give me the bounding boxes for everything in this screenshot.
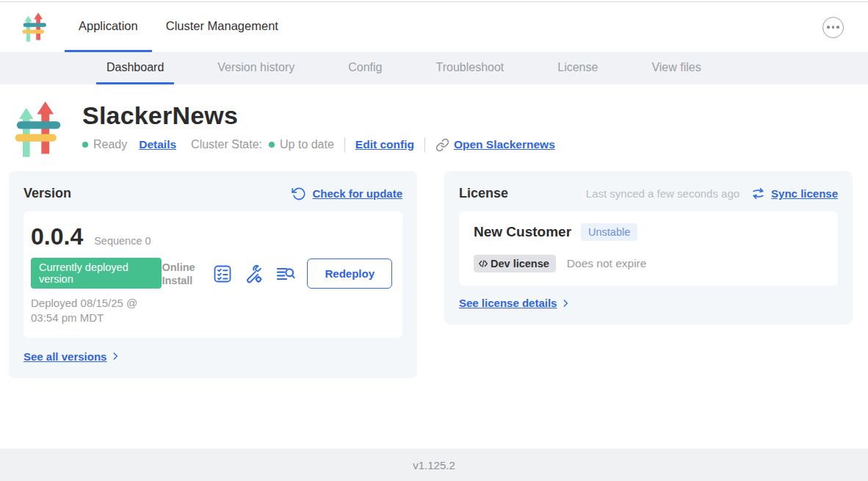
subnav-item-license[interactable]: License	[547, 52, 608, 84]
deployed-status-badge: Currently deployed version	[31, 258, 162, 289]
version-card-title: Version	[23, 186, 71, 201]
edit-config-link[interactable]: Edit config	[355, 138, 414, 151]
tab-application[interactable]: Application	[65, 2, 152, 52]
license-type-badge: Dev license	[474, 255, 556, 272]
app-logo-icon[interactable]	[21, 12, 48, 43]
subnav-item-troubleshoot[interactable]: Troubleshoot	[425, 52, 514, 84]
tab-cluster-management-label: Cluster Management	[166, 19, 278, 33]
see-all-versions-label: See all versions	[23, 350, 106, 363]
divider	[424, 137, 425, 152]
subnav-view-files-label: View files	[651, 61, 701, 74]
link-chain-icon	[435, 138, 449, 152]
app-status-dot	[82, 142, 88, 148]
chevron-right-icon	[110, 351, 120, 361]
subnav-item-version-history[interactable]: Version history	[207, 52, 305, 84]
console-version: v1.125.2	[413, 459, 455, 471]
app-subnav: Dashboard Version history Config Trouble…	[0, 52, 868, 84]
subnav-license-label: License	[557, 61, 598, 74]
cluster-state-label: Cluster State:	[191, 138, 262, 151]
subnav-item-view-files[interactable]: View files	[641, 52, 711, 84]
license-card-title: License	[459, 186, 508, 201]
details-link[interactable]: Details	[139, 138, 176, 151]
code-brackets-icon	[478, 258, 488, 269]
dashboard-cards: Version Check for update 0.0.4 Sequence …	[9, 171, 859, 378]
check-for-update-link[interactable]: Check for update	[312, 187, 402, 200]
last-synced-text: Last synced a few seconds ago	[586, 187, 739, 200]
subnav-config-label: Config	[348, 61, 382, 74]
app-footer: v1.125.2	[0, 449, 868, 481]
version-sequence: Sequence 0	[94, 235, 151, 247]
customer-name: New Customer	[474, 224, 571, 240]
current-version-panel: 0.0.4 Sequence 0 Currently deployed vers…	[23, 211, 402, 338]
tab-application-label: Application	[79, 19, 138, 33]
app-status-row: Ready Details Cluster State: Up to date …	[82, 137, 555, 152]
version-number: 0.0.4	[31, 223, 83, 250]
subnav-troubleshoot-label: Troubleshoot	[435, 61, 504, 74]
license-card: License Last synced a few seconds ago Sy…	[444, 171, 853, 325]
version-card: Version Check for update 0.0.4 Sequence …	[9, 171, 417, 378]
open-app-label: Open Slackernews	[454, 138, 555, 151]
divider	[344, 137, 345, 152]
chevron-right-icon	[560, 298, 571, 308]
license-details-panel: New Customer Unstable Dev license Does n…	[459, 211, 838, 286]
view-files-icon[interactable]	[275, 264, 296, 284]
ellipsis-icon	[827, 26, 830, 29]
app-logo-large	[13, 100, 63, 159]
cluster-state-dot	[269, 142, 275, 148]
cluster-state-text: Up to date	[280, 138, 334, 151]
open-app-link[interactable]: Open Slackernews	[435, 138, 555, 152]
main-header: Application Cluster Management	[0, 2, 868, 52]
see-license-details-link[interactable]: See license details	[459, 297, 571, 309]
deployed-timestamp: Deployed 08/15/25 @ 03:54 pm MDT	[31, 296, 162, 326]
license-type-label: Dev license	[491, 258, 549, 270]
sync-icon	[751, 187, 765, 200]
page-title: SlackerNews	[82, 101, 555, 130]
check-update-icon	[292, 187, 306, 201]
install-type-label: Online Install	[162, 261, 201, 287]
tab-cluster-management[interactable]: Cluster Management	[152, 2, 292, 52]
subnav-item-config[interactable]: Config	[338, 52, 392, 84]
primary-nav: Application Cluster Management	[65, 2, 292, 52]
edit-config-icon[interactable]	[244, 264, 264, 284]
redeploy-button[interactable]: Redeploy	[307, 258, 392, 289]
subnav-item-dashboard[interactable]: Dashboard	[96, 52, 174, 84]
app-hero: SlackerNews Ready Details Cluster State:…	[0, 84, 868, 159]
more-options-button[interactable]	[822, 17, 844, 38]
see-all-versions-link[interactable]: See all versions	[23, 350, 120, 363]
see-license-details-label: See license details	[459, 297, 557, 309]
subnav-dashboard-label: Dashboard	[106, 61, 164, 74]
sync-license-link[interactable]: Sync license	[771, 187, 838, 200]
channel-badge: Unstable	[581, 223, 637, 241]
preflight-checks-icon[interactable]	[212, 264, 233, 284]
license-expiry-text: Does not expire	[567, 257, 647, 270]
subnav-version-history-label: Version history	[217, 61, 294, 74]
app-status-text: Ready	[93, 138, 127, 151]
